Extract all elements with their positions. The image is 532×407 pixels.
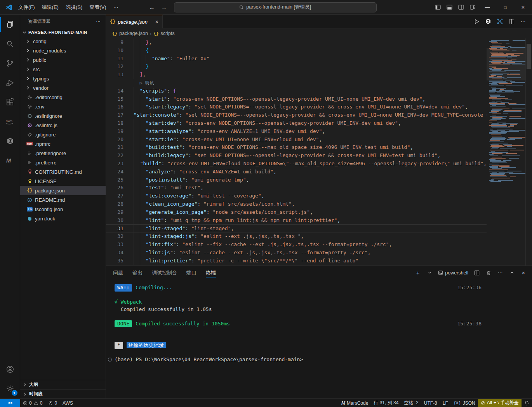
ports-status[interactable]: 0 [45, 399, 60, 407]
tree-item-typings[interactable]: typings [20, 74, 106, 83]
code-line-27[interactable]: 27"test:coverage": "umi-test --coverage"… [106, 192, 487, 200]
language-mode[interactable]: {ʬ} JSON [451, 399, 478, 407]
activity-source-control-icon[interactable] [0, 54, 20, 73]
eol-status[interactable]: LF [440, 399, 451, 407]
code-line-28[interactable]: 28"clean_icon_page": "rimraf src/assets/… [106, 200, 487, 208]
tree-item-readme-md[interactable]: README.md [20, 195, 106, 204]
code-line-13[interactable]: 13], [106, 71, 487, 79]
code-line-15[interactable]: 15"start": "cross-env NODE_OPTIONS=--ope… [106, 95, 487, 103]
code-line-21[interactable]: 21"build:test": "cross-env NODE_OPTIONS=… [106, 143, 487, 152]
customize-layout-icon[interactable] [467, 2, 478, 12]
code-line-31[interactable]: 31"lint-staged": "lint-staged", [106, 224, 487, 232]
activity-run-debug-icon[interactable] [0, 73, 20, 93]
close-button[interactable]: × [514, 0, 532, 14]
tree-item-editorconfig[interactable]: .editorconfig [20, 93, 106, 102]
code-line-20[interactable]: 20"start:ie": "cross-env UMI_UI=none UMI… [106, 136, 487, 144]
codelens-row[interactable]: ▷ 调试 [106, 79, 487, 87]
activity-aws-icon[interactable]: aws [0, 112, 20, 131]
activity-marscode-icon[interactable]: M [0, 151, 20, 170]
tree-item-yarn-lock[interactable]: yarn.lock [20, 214, 106, 223]
terminal-dropdown-icon[interactable] [424, 268, 435, 278]
codelens-debug-action[interactable]: ▷ 调试 [134, 79, 154, 87]
breadcrumb-item[interactable]: scripts [161, 31, 175, 36]
panel-tab-终端[interactable]: 终端 [206, 266, 216, 279]
split-terminal-icon[interactable] [471, 268, 482, 278]
code-editor[interactable]: 9},10{11"name": "Fuller Xu"12}13],▷ 调试14… [106, 38, 532, 266]
indentation-status[interactable]: 空格: 2 [401, 399, 421, 407]
code-line-19[interactable]: 19"start:analyze": "cross-env ANALYZE=1 … [106, 128, 487, 136]
code-line-14[interactable]: 14"scripts": { [106, 87, 487, 95]
ai-completion-status[interactable]: Alt + \ 手动补全 [478, 399, 522, 407]
activity-accounts-icon[interactable] [0, 360, 20, 379]
code-line-35[interactable]: 35"lint:prettier": "prettier -c --write … [106, 257, 487, 265]
code-line-10[interactable]: 10{ [106, 47, 487, 55]
menu-item-2[interactable]: 选择(S) [62, 2, 86, 12]
toggle-panel-icon[interactable] [443, 2, 455, 12]
code-line-17[interactable]: 17"start:console": "set NODE_OPTIONS=--o… [106, 111, 487, 119]
tree-item-config[interactable]: config [20, 37, 106, 46]
minimize-button[interactable]: — [478, 0, 496, 14]
command-decoration-icon[interactable] [108, 358, 112, 362]
tree-item-public[interactable]: public [20, 55, 106, 65]
activity-settings-icon[interactable]: 1 [0, 379, 20, 398]
activity-search-icon[interactable] [0, 34, 20, 54]
vertical-scrollbar[interactable] [525, 38, 532, 266]
aws-status[interactable]: AWS [60, 399, 76, 407]
toggle-secondary-sidebar-icon[interactable] [455, 2, 467, 12]
extension-hexagon-icon[interactable] [483, 16, 493, 26]
menu-item-3[interactable]: 查看(V) [86, 2, 110, 12]
tab-close-icon[interactable]: × [155, 19, 158, 25]
tree-item-package-json[interactable]: {}package.json [20, 186, 106, 195]
breadcrumb[interactable]: {}package.json›{}scripts [106, 28, 532, 38]
menu-item-1[interactable]: 编辑(E) [38, 2, 62, 12]
tree-item-contributing-md[interactable]: CONTRIBUTING.md [20, 167, 106, 176]
activity-extensions-icon[interactable] [0, 93, 20, 112]
activity-extension-hexagon-icon[interactable] [0, 131, 20, 151]
tree-item-vendor[interactable]: vendor [20, 83, 106, 93]
code-line-16[interactable]: 16"start:legacy": "set NODE_OPTIONS=--op… [106, 103, 487, 111]
minimap[interactable] [487, 38, 525, 266]
forward-arrow-icon[interactable]: → [161, 4, 167, 10]
code-line-22[interactable]: 22"build:legacy": "set NODE_OPTIONS=--op… [106, 152, 487, 160]
tree-item-env[interactable]: .env [20, 102, 106, 111]
tree-item-gitignore[interactable]: .gitignore [20, 130, 106, 139]
code-line-24[interactable]: 24"analyze": "cross-env ANALYZE=1 umi bu… [106, 168, 487, 176]
marscode-status[interactable]: M MarsCode [339, 399, 371, 407]
back-arrow-icon[interactable]: ← [149, 4, 155, 10]
scrollbar-handle[interactable] [527, 44, 531, 69]
toggle-sidebar-icon[interactable] [432, 2, 443, 12]
menu-item-0[interactable]: 文件(F) [15, 2, 38, 12]
tree-item-src[interactable]: src [20, 65, 106, 74]
code-line-30[interactable]: 30"lint": "umi g tmp && npm run lint:js … [106, 217, 487, 225]
tree-item-prettierignore[interactable]: .prettierignore [20, 148, 106, 158]
code-graph-icon[interactable] [495, 16, 505, 26]
code-line-11[interactable]: 11"name": "Fuller Xu" [106, 55, 487, 63]
tree-item-npmrc[interactable]: npm.npmrc [20, 139, 106, 148]
section-outline[interactable]: 大纲 [20, 380, 106, 389]
code-line-26[interactable]: 26"test": "umi-test", [106, 184, 487, 192]
cursor-position[interactable]: 行 31, 列 34 [371, 399, 401, 407]
notifications-bell-icon[interactable] [522, 399, 532, 407]
tree-item-tsconfig-json[interactable]: TStsconfig.json [20, 204, 106, 214]
code-line-32[interactable]: 32"lint-staged:js": "eslint --ext .js,.j… [106, 232, 487, 241]
panel-tab-端口[interactable]: 端口 [186, 266, 196, 279]
kill-terminal-icon[interactable] [483, 268, 494, 278]
menu-item-4[interactable]: ⋯ [110, 2, 122, 12]
tree-item-eslintrc-js[interactable]: .eslintrc.js [20, 121, 106, 130]
panel-more-icon[interactable]: ⋯ [495, 268, 506, 278]
panel-tab-问题[interactable]: 问题 [113, 266, 123, 279]
section-timeline[interactable]: 时间线 [20, 389, 106, 398]
tree-item-eslintignore[interactable]: .eslintignore [20, 111, 106, 121]
workspace-root-folder[interactable]: PARSEX-FRONTEND-MAIN [20, 28, 106, 37]
code-line-34[interactable]: 34"lint:js": "eslint --cache --ext .js,.… [106, 249, 487, 257]
split-editor-icon[interactable] [506, 16, 516, 26]
command-center-search[interactable]: parsex-frontend-main [管理员] [174, 2, 377, 12]
terminal-instance-powershell[interactable]: powershell [436, 270, 471, 276]
terminal-output[interactable]: WAITCompiling...15:25:36√ Webpack Compil… [106, 279, 532, 398]
breadcrumb-item[interactable]: package.json [119, 31, 148, 36]
code-line-18[interactable]: 18"start:dev": "cross-env NODE_OPTIONS=-… [106, 119, 487, 128]
tree-item-node-modules[interactable]: node_modules [20, 46, 106, 55]
problems-status[interactable]: 0 0 [20, 399, 45, 407]
code-line-25[interactable]: 25"postinstall": "umi generate tmp", [106, 176, 487, 184]
code-line-23[interactable]: 23"build": "cross-env UMI_ENV=cloud NODE… [106, 160, 487, 168]
